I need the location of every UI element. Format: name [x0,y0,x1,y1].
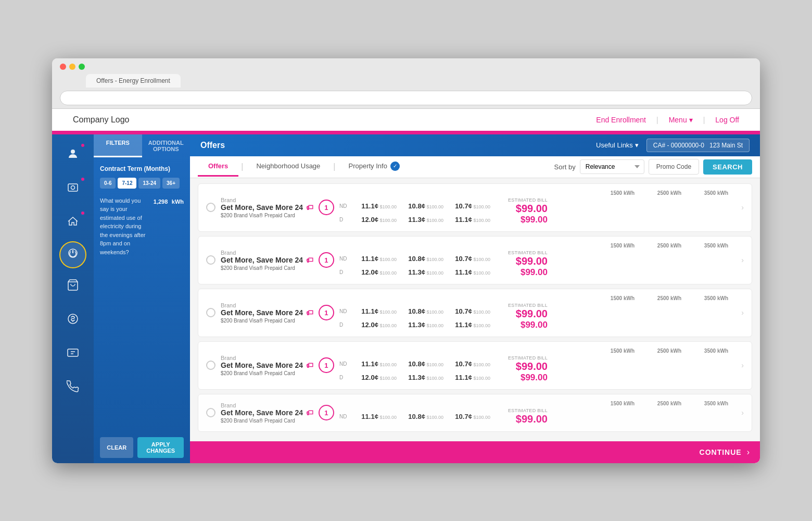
offer-radio-1[interactable] [206,203,215,212]
brand-label-3: Brand [221,302,313,308]
nd-rate-2500-1: 10.8¢ $100.00 [397,202,443,210]
offer-card-2: Brand Get More, Save More 24 🏷 $200 Bran… [198,236,752,284]
tab-neighborhood[interactable]: Neighborhood Usage [246,157,331,177]
home-badge [80,210,85,216]
contract-btn-13-24[interactable]: 13-24 [138,178,160,189]
company-logo: Company Logo [73,115,130,125]
offer-brand-section-3: Brand Get More, Save More 24 🏷 $200 Bran… [221,302,313,324]
offer-card-3: Brand Get More, Save More 24 🏷 $200 Bran… [198,289,752,337]
offer-chevron-2[interactable]: › [733,256,744,264]
offer-card-5: Brand Get More, Save More 24 🏷 $200 Bran… [198,394,752,432]
offer-badge-1: 1 [319,200,334,215]
sidebar-item-dollar[interactable] [57,305,88,336]
svg-rect-1 [68,184,78,191]
contract-btn-7-12[interactable]: 7-12 [118,178,136,189]
useful-links-dropdown[interactable]: Useful Links ▾ [596,141,639,149]
offer-name-4: Get More, Save More 24 🏷 [221,361,313,369]
offer-radio-2[interactable] [206,255,215,265]
filters-panel: FILTERS ADDITIONAL OPTIONS Contract Term… [94,134,190,463]
search-button[interactable]: SEARCH [703,159,752,175]
brand-label-2: Brand [221,250,313,256]
sidebar-item-id[interactable] [57,339,88,370]
estimated-bill-d-1: $99.00 [496,215,548,225]
offer-brand-section-1: Brand Get More, Save More 24 🏷 $200 Bran… [221,197,313,218]
clear-button[interactable]: CLEAR [100,437,133,458]
filters-tab[interactable]: FILTERS [94,134,142,157]
d-row-1: D 12.0¢ $100.00 11.3¢ $100.00 11.1¢ $100… [339,215,728,225]
app-body: FILTERS ADDITIONAL OPTIONS Contract Term… [52,132,760,463]
usage-kwh-value: 1,298 [154,199,168,205]
nav-divider-2: | [703,116,705,124]
dot-red[interactable] [60,64,66,70]
offer-chevron-1[interactable]: › [733,203,744,212]
offer-chevron-5[interactable]: › [733,408,744,417]
header-nav: End Enrollment | Menu ▾ | Log Off [596,116,739,124]
nd-row-5: ND 11.1¢ $100.00 10.8¢ $100.00 10.7¢ $10… [339,408,728,425]
bookmark-icon-1: 🏷 [306,203,313,212]
browser-window: Offers - Energy Enrollment Company Logo … [52,58,760,463]
filters-footer: CLEAR APPLY CHANGES [94,432,190,463]
sidebar-item-cart[interactable] [57,271,88,302]
filter-body: Contract Term (Months) 0-6 7-12 13-24 36… [94,157,190,432]
offer-chevron-3[interactable]: › [733,308,744,317]
sidebar-item-person[interactable] [57,140,88,171]
sidebar-item-photo[interactable] [57,173,88,205]
continue-arrow-icon: › [747,448,750,457]
offer-promo-2: $200 Brand Visa® Prepaid Card [221,265,313,271]
end-enrollment-link[interactable]: End Enrollment [596,116,646,124]
rates-headers-3: 1500 kWh 2500 kWh 3500 kWh [339,295,728,303]
tab-sep-2: | [331,162,338,171]
rates-headers-1: 1500 kWh 2500 kWh 3500 kWh [339,190,728,197]
browser-address-bar [60,91,752,105]
offer-radio-4[interactable] [206,361,215,370]
sort-section: Sort by Relevance Price Low-High Price H… [554,159,752,175]
filters-tabs: FILTERS ADDITIONAL OPTIONS [94,134,190,157]
brand-label-4: Brand [221,355,313,361]
tab-offers[interactable]: Offers [198,157,238,177]
offer-radio-3[interactable] [206,308,215,317]
continue-text: CONTINUE [700,448,742,456]
svg-point-0 [71,150,75,154]
sidebar-item-phone[interactable] [57,373,88,404]
log-off-link[interactable]: Log Off [715,116,739,124]
continue-bar[interactable]: CONTINUE › [190,441,760,463]
dot-green[interactable] [79,64,85,70]
account-info: CA# - 00000000-0 123 Main St [646,139,750,152]
cart-icon [67,279,79,294]
brand-label-5: Brand [221,402,313,408]
offer-promo-3: $200 Brand Visa® Prepaid Card [221,318,313,324]
dot-yellow[interactable] [69,64,75,70]
sidebar [52,134,94,463]
offer-name-1: Get More, Save More 24 🏷 [221,203,313,212]
promo-code-button[interactable]: Promo Code [649,159,699,175]
sidebar-item-power[interactable] [59,241,86,268]
rates-headers-2: 1500 kWh 2500 kWh 3500 kWh [339,243,728,250]
rates-headers-5: 1500 kWh 2500 kWh 3500 kWh [339,401,728,408]
contract-btn-0-6[interactable]: 0-6 [100,178,116,189]
d-rate-3500-1: 11.1¢ $100.00 [443,216,490,224]
browser-tab[interactable]: Offers - Energy Enrollment [86,74,181,88]
d-rate-1500-1: 12.0¢ $100.00 [350,216,397,224]
menu-dropdown[interactable]: Menu ▾ [669,116,693,124]
sidebar-item-home[interactable] [57,207,88,239]
offer-badge-4: 1 [319,357,334,373]
bookmark-icon-2: 🏷 [306,256,313,264]
offer-name-2: Get More, Save More 24 🏷 [221,256,313,264]
rates-grid-1: 1500 kWh 2500 kWh 3500 kWh ND 11.1¢ $100… [339,190,728,225]
usage-question: What would you say is your estimated use… [100,196,149,257]
search-tabs-row: Offers | Neighborhood Usage | Property I… [190,156,760,178]
apply-changes-button[interactable]: APPLY CHANGES [137,437,184,458]
offer-promo-5: $200 Brand Visa® Prepaid Card [221,418,313,424]
offer-chevron-4[interactable]: › [733,361,744,369]
power-icon [67,247,79,263]
offer-card-4: Brand Get More, Save More 24 🏷 $200 Bran… [198,341,752,390]
sort-select[interactable]: Relevance Price Low-High Price High-Low … [580,159,644,174]
additional-options-tab[interactable]: ADDITIONAL OPTIONS [142,134,191,157]
app-header: Company Logo End Enrollment | Menu ▾ | L… [52,109,760,132]
rates-headers-4: 1500 kWh 2500 kWh 3500 kWh [339,348,728,355]
property-check-icon: ✓ [390,162,400,171]
offer-radio-5[interactable] [206,408,215,417]
contract-btn-36[interactable]: 36+ [162,178,180,189]
tab-property[interactable]: Property Info ✓ [338,156,410,178]
photo-icon [67,181,79,197]
